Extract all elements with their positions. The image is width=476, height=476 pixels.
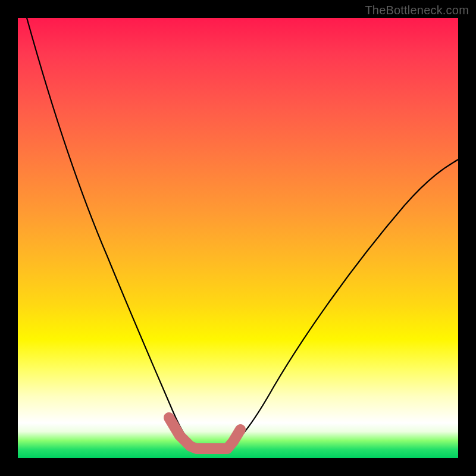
valley-accent xyxy=(169,418,240,449)
chart-curves xyxy=(18,18,458,458)
curve-right-branch xyxy=(229,159,458,447)
curve-left-branch xyxy=(27,18,196,447)
chart-plot-area xyxy=(18,18,458,458)
watermark-text: TheBottleneck.com xyxy=(365,4,469,17)
chart-frame: TheBottleneck.com xyxy=(0,0,476,476)
